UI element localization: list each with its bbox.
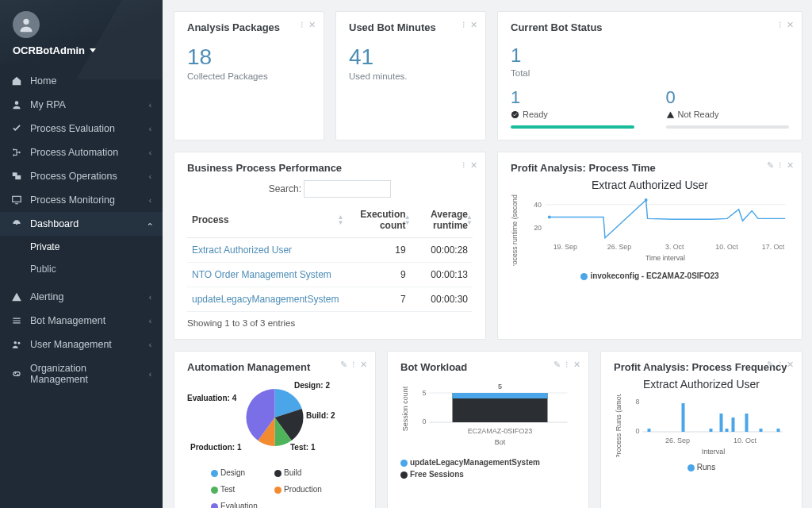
svg-text:26. Sep: 26. Sep — [665, 437, 690, 444]
process-link[interactable]: Extract Authorized User — [192, 244, 292, 256]
drag-icon[interactable]: ⁝ — [462, 160, 465, 171]
monitor-icon — [11, 194, 22, 206]
status-total-value: 1 — [511, 44, 789, 67]
nav-bot-management[interactable]: Bot Management‹ — [0, 309, 163, 333]
nav-process-monitoring[interactable]: Process Monitoring‹ — [0, 188, 163, 212]
nav-my-rpa[interactable]: My RPA‹ — [0, 93, 163, 117]
drag-icon[interactable]: ⁝ — [462, 20, 465, 30]
drag-icon[interactable]: ⁝ — [779, 360, 782, 370]
status-ready-label: Ready — [523, 110, 548, 119]
chevron-left-icon: ‹ — [149, 101, 151, 110]
svg-point-1 — [15, 101, 19, 105]
panel-profit-analysis-process-time: ✎⁝✕ Profit Analysis: Process Time Extrac… — [497, 152, 802, 340]
col-avg-runtime[interactable]: Average runtime▲▼ — [411, 202, 473, 238]
nav-label: Dashboard — [30, 218, 79, 229]
check-icon — [11, 123, 22, 134]
nav-organization-management[interactable]: Organization Management‹ — [0, 356, 163, 391]
col-exec-count[interactable]: Execution count▲▼ — [343, 202, 410, 238]
wrench-icon[interactable]: ✎ — [340, 360, 347, 370]
chart-legend: Free Sessions — [400, 470, 576, 479]
drag-icon[interactable]: ⁝ — [301, 20, 304, 30]
status-ready-value: 1 — [511, 87, 634, 108]
pie-label-design: Design: 2 — [294, 381, 330, 390]
panel-analysis-packages: ⁝✕ Analysis Packages 18 Collected Packag… — [174, 11, 324, 140]
svg-text:17. Oct: 17. Oct — [762, 243, 785, 251]
svg-text:5: 5 — [422, 389, 426, 397]
svg-point-10 — [17, 342, 20, 344]
chevron-left-icon: ‹ — [149, 370, 151, 379]
process-link[interactable]: updateLegacyManagementSystem — [192, 294, 339, 305]
svg-text:Time interval: Time interval — [645, 254, 685, 262]
users-icon — [11, 339, 22, 350]
chevron-left-icon: ‹ — [149, 341, 151, 349]
close-icon[interactable]: ✕ — [470, 160, 477, 171]
main-content: ⁝✕ Analysis Packages 18 Collected Packag… — [163, 0, 812, 508]
svg-text:10. Oct: 10. Oct — [715, 243, 738, 251]
status-notready-bar — [666, 125, 790, 129]
svg-rect-40 — [710, 429, 713, 432]
wrench-icon[interactable]: ✎ — [767, 360, 774, 370]
svg-point-17 — [645, 198, 648, 202]
nav-process-evaluation[interactable]: Process Evaluation‹ — [0, 117, 163, 140]
gauge-icon — [11, 218, 22, 229]
panel-title: Profit Analysis: Process Time — [511, 162, 789, 174]
subnav-public[interactable]: Public — [0, 258, 163, 280]
close-icon[interactable]: ✕ — [787, 360, 794, 370]
search-input[interactable] — [304, 180, 391, 198]
nav-user-management[interactable]: User Management‹ — [0, 333, 163, 356]
drag-icon[interactable]: ⁝ — [352, 360, 355, 370]
close-icon[interactable]: ✕ — [787, 20, 794, 30]
svg-text:0: 0 — [635, 427, 639, 435]
svg-text:Process runtime (seconds): Process runtime (seconds) — [511, 194, 519, 266]
sort-icon: ▲▼ — [338, 214, 344, 225]
user-menu[interactable]: OCRBotAdmin — [13, 44, 150, 56]
panel-title: Current Bot Status — [511, 21, 789, 33]
cell-avg: 00:00:13 — [411, 263, 473, 287]
chart-title: Extract Authorized User — [614, 378, 789, 391]
svg-rect-43 — [732, 418, 735, 432]
pie-label-evaluation: Evaluation: 4 — [187, 394, 236, 402]
drag-icon[interactable]: ⁝ — [565, 360, 569, 370]
subnav-private[interactable]: Private — [0, 236, 163, 258]
status-notready-label: Not Ready — [678, 110, 719, 119]
dashboard-subnav: Private Public — [0, 236, 163, 280]
table-entries-info: Showing 1 to 3 of 3 entries — [187, 318, 473, 328]
svg-text:20: 20 — [534, 224, 542, 232]
caret-down-icon — [90, 48, 96, 52]
chevron-left-icon: ‹ — [149, 317, 151, 325]
nav-dashboard[interactable]: Dashboard‹ — [0, 212, 163, 236]
close-icon[interactable]: ✕ — [573, 360, 580, 370]
wrench-icon[interactable]: ✎ — [767, 160, 774, 171]
user-icon — [17, 16, 35, 33]
pie-label-build: Build: 2 — [306, 411, 335, 420]
drag-icon[interactable]: ⁝ — [779, 20, 782, 30]
wrench-icon[interactable]: ✎ — [553, 360, 561, 370]
svg-rect-46 — [777, 429, 780, 432]
chart-legend: Design Build Test Production Evaluation — [187, 468, 362, 508]
close-icon[interactable]: ✕ — [470, 20, 477, 30]
svg-point-16 — [548, 215, 551, 218]
svg-text:10. Oct: 10. Oct — [733, 437, 757, 444]
close-icon[interactable]: ✕ — [308, 20, 316, 30]
sort-icon: ▲▼ — [404, 214, 411, 225]
drag-icon[interactable]: ⁝ — [779, 160, 782, 171]
cell-exec: 9 — [343, 263, 410, 287]
avatar — [13, 11, 40, 38]
nav-lower: Alerting‹ Bot Management‹ User Managemen… — [0, 285, 163, 391]
close-icon[interactable]: ✕ — [360, 360, 367, 370]
svg-point-8 — [16, 223, 17, 225]
nav-process-automation[interactable]: Process Automation‹ — [0, 140, 163, 164]
table-row: updateLegacyManagementSystem700:00:30 — [187, 287, 473, 312]
nav-process-operations[interactable]: Process Operations‹ — [0, 164, 163, 188]
nav-alerting[interactable]: Alerting‹ — [0, 285, 163, 309]
svg-text:Session count: Session count — [401, 386, 409, 431]
svg-text:Interval: Interval — [702, 448, 726, 456]
chevron-left-icon: ‹ — [149, 148, 151, 157]
process-link[interactable]: NTO Order Management System — [192, 269, 331, 280]
panel-title: Profit Analysis: Process Frequency — [614, 361, 789, 373]
bpp-table: Process▲▼ Execution count▲▼ Average runt… — [187, 202, 473, 312]
search-label: Search: — [269, 183, 301, 194]
close-icon[interactable]: ✕ — [787, 160, 794, 171]
col-process[interactable]: Process▲▼ — [187, 202, 343, 238]
status-ready-bar — [511, 125, 634, 129]
